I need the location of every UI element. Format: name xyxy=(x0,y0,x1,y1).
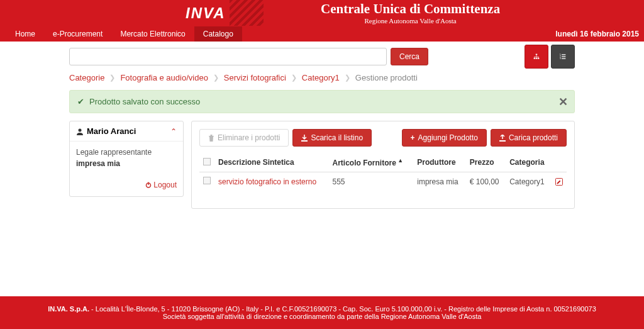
svg-point-15 xyxy=(79,128,82,131)
cell-article: 555 xyxy=(329,172,414,191)
title-area: Centrale Unica di Committenza Regione Au… xyxy=(321,1,500,25)
svg-rect-13 xyxy=(562,56,565,57)
svg-rect-0 xyxy=(536,54,538,55)
trash-icon xyxy=(208,135,214,142)
top-banner: INVA Centrale Unica di Committenza Regio… xyxy=(0,0,644,26)
nav-home[interactable]: Home xyxy=(6,26,44,42)
success-alert: ✔ Prodotto salvato con successo ✕ xyxy=(69,90,575,113)
products-table: Descrizione Sintetica Articolo Fornitore… xyxy=(199,153,567,191)
user-company: impresa mia xyxy=(76,159,177,168)
chevron-right-icon: ❯ xyxy=(345,74,350,82)
svg-rect-1 xyxy=(534,58,536,59)
edit-icon[interactable] xyxy=(555,178,563,186)
col-description[interactable]: Descrizione Sintetica xyxy=(214,153,329,172)
svg-rect-12 xyxy=(562,54,565,55)
logout-link[interactable]: Logout xyxy=(145,181,177,189)
sitemap-icon xyxy=(533,52,540,62)
cell-category: Category1 xyxy=(506,172,552,191)
sort-asc-icon: ▲ xyxy=(396,157,403,164)
svg-rect-2 xyxy=(536,58,538,59)
site-subtitle: Regione Autonoma Valle d'Aosta xyxy=(321,17,500,25)
logo-text: INVA xyxy=(186,4,226,22)
breadcrumb-link[interactable]: Category1 xyxy=(302,73,340,82)
upload-icon xyxy=(499,135,506,142)
delete-products-button[interactable]: Eliminare i prodotti xyxy=(199,129,289,147)
site-title: Centrale Unica di Committenza xyxy=(321,1,500,17)
numbered-list-icon: 123 xyxy=(560,52,566,62)
svg-rect-7 xyxy=(536,57,537,58)
svg-rect-18 xyxy=(209,136,214,137)
svg-text:3: 3 xyxy=(560,57,561,60)
user-icon xyxy=(76,128,84,135)
logo-image xyxy=(230,0,264,26)
user-role: Legale rappresentante xyxy=(76,148,177,157)
add-product-button[interactable]: + Aggiungi Prodotto xyxy=(402,129,487,147)
user-sidebar: Mario Aranci ⌃ Legale rappresentante imp… xyxy=(69,121,184,197)
col-category[interactable]: Categoria xyxy=(506,153,552,172)
chevron-right-icon: ❯ xyxy=(291,74,297,82)
svg-rect-8 xyxy=(538,57,539,58)
svg-rect-14 xyxy=(562,59,565,59)
download-icon xyxy=(301,135,308,142)
nav-mercato[interactable]: Mercato Elettronico xyxy=(111,26,194,42)
col-article[interactable]: Articolo Fornitore ▲ xyxy=(329,153,414,172)
breadcrumb: Categorie ❯ Fotografia e audio/video ❯ S… xyxy=(69,73,575,82)
chevron-up-icon: ⌃ xyxy=(170,127,177,136)
svg-rect-19 xyxy=(211,135,213,136)
navbar: Home e-Procurement Mercato Elettronico C… xyxy=(0,26,644,42)
main-panel: Eliminare i prodotti Scarica il listino … xyxy=(191,121,575,209)
breadcrumb-link[interactable]: Categorie xyxy=(69,73,104,82)
cell-producer: impresa mia xyxy=(413,172,466,191)
chevron-right-icon: ❯ xyxy=(109,74,115,82)
search-row: Cerca 123 xyxy=(69,48,575,65)
alert-message: Prodotto salvato con successo xyxy=(89,97,200,106)
check-icon: ✔ xyxy=(77,97,84,106)
view-list-button[interactable]: 123 xyxy=(551,45,575,69)
row-checkbox[interactable] xyxy=(203,177,211,184)
nav-eprocurement[interactable]: e-Procurement xyxy=(44,26,111,42)
plus-icon: + xyxy=(411,133,415,142)
nav-catalogo[interactable]: Catalogo xyxy=(194,26,242,42)
col-producer[interactable]: Produttore xyxy=(413,153,466,172)
search-button[interactable]: Cerca xyxy=(391,48,428,65)
search-input[interactable] xyxy=(69,48,387,65)
download-listino-button[interactable]: Scarica il listino xyxy=(292,129,372,147)
chevron-right-icon: ❯ xyxy=(213,74,219,82)
breadcrumb-current: Gestione prodotti xyxy=(355,73,418,82)
col-price[interactable]: Prezzo xyxy=(466,153,506,172)
toolbar: Eliminare i prodotti Scarica il listino … xyxy=(199,129,567,147)
current-date: lunedì 16 febbraio 2015 xyxy=(555,30,639,38)
svg-rect-6 xyxy=(535,57,535,58)
user-name: Mario Aranci xyxy=(87,126,136,136)
view-tree-button[interactable] xyxy=(525,45,548,69)
upload-products-button[interactable]: Carica prodotti xyxy=(491,129,567,147)
product-desc-link[interactable]: servizio fotografico in esterno xyxy=(218,177,316,186)
svg-rect-4 xyxy=(536,55,537,57)
svg-rect-20 xyxy=(301,140,308,142)
close-icon[interactable]: ✕ xyxy=(558,95,568,109)
logo-area: INVA xyxy=(186,0,264,26)
cell-price: € 100,00 xyxy=(466,172,506,191)
user-panel-toggle[interactable]: Mario Aranci ⌃ xyxy=(70,121,183,142)
breadcrumb-link[interactable]: Fotografia e audio/video xyxy=(120,73,208,82)
breadcrumb-link[interactable]: Servizi fotografici xyxy=(224,73,286,82)
svg-rect-21 xyxy=(499,140,506,142)
select-all-checkbox[interactable] xyxy=(203,158,211,165)
svg-rect-3 xyxy=(538,58,540,59)
table-row: servizio fotografico in esterno 555 impr… xyxy=(199,172,567,191)
power-icon xyxy=(145,182,152,188)
